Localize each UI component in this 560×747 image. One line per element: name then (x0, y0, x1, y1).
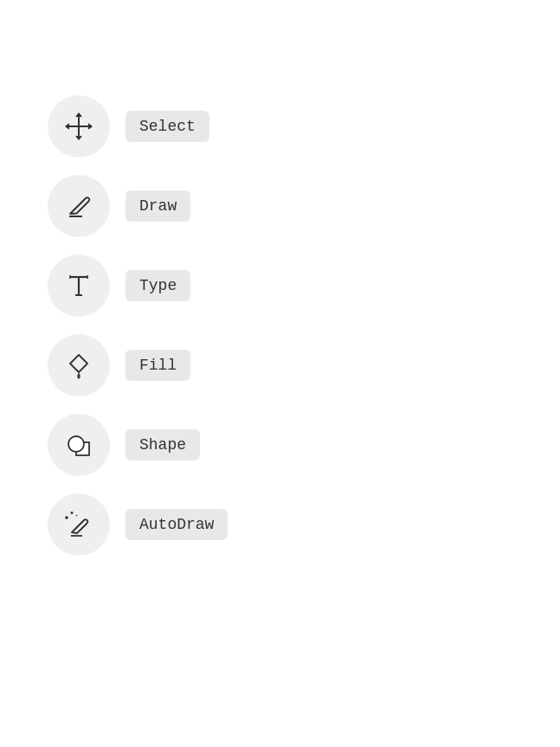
shape-icon (63, 429, 94, 460)
draw-tool-button[interactable] (48, 175, 110, 237)
move-icon (63, 111, 94, 142)
fill-label[interactable]: Fill (126, 350, 190, 381)
svg-point-18 (67, 518, 68, 518)
shape-label[interactable]: Shape (126, 429, 200, 460)
draw-label[interactable]: Draw (126, 190, 190, 222)
fill-icon (63, 350, 94, 381)
type-tool-item: Type (48, 254, 228, 317)
select-tool-item: Select (48, 95, 228, 158)
select-tool-button[interactable] (48, 95, 110, 158)
svg-point-10 (68, 436, 84, 452)
draw-tool-item: Draw (48, 175, 228, 237)
fill-tool-button[interactable] (48, 334, 110, 396)
shape-tool-button[interactable] (48, 414, 110, 476)
autodraw-label[interactable]: AutoDraw (126, 509, 228, 540)
toolbar: Select Draw (0, 0, 228, 573)
select-label[interactable]: Select (126, 111, 209, 142)
type-tool-button[interactable] (48, 254, 110, 317)
autodraw-icon (63, 509, 94, 540)
type-label[interactable]: Type (126, 270, 190, 301)
autodraw-tool-item: AutoDraw (48, 493, 228, 556)
svg-line-2 (74, 198, 86, 210)
fill-tool-item: Fill (48, 334, 228, 396)
shape-tool-item: Shape (48, 414, 228, 476)
type-icon (63, 270, 94, 301)
autodraw-tool-button[interactable] (48, 493, 110, 556)
draw-icon (63, 190, 94, 222)
svg-line-17 (76, 515, 77, 516)
